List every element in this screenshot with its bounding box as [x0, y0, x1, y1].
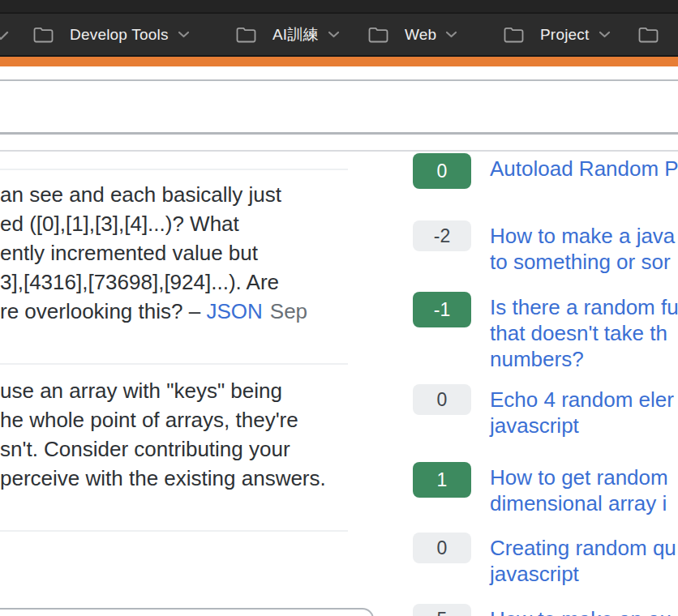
comment-text: re overlooking this? – JSONSep — [0, 297, 348, 326]
comment-text: an see and each basically just — [0, 180, 348, 209]
comment-text: perceive with the existing answers. — [0, 464, 348, 493]
comment-separator — [0, 530, 348, 532]
vote-count-badge: 1 — [413, 462, 471, 498]
related-question[interactable]: 0 Autoload Random P — [413, 153, 678, 189]
question-title-link[interactable]: Is there a random fu that doesn't take t… — [490, 294, 678, 372]
comments-column: an see and each basically just ed ([0],[… — [0, 0, 348, 616]
browser-window: Develop Tools AI訓練 Web Project — [0, 0, 678, 616]
folder-icon — [367, 26, 389, 44]
related-question[interactable]: -2 How to make a java to something or so… — [413, 220, 675, 275]
vote-count-badge: 0 — [413, 384, 471, 415]
comment-text: ed ([0],[1],[3],[4]...)? What — [0, 209, 348, 238]
question-title-link[interactable]: Echo 4 random eler javascript — [490, 387, 674, 438]
vote-count-badge: 5 — [413, 604, 471, 616]
bookmark-label: Project — [540, 26, 590, 44]
chevron-down-icon — [445, 31, 457, 38]
comment-timestamp: Sep — [270, 299, 307, 323]
chevron-down-icon — [599, 31, 611, 38]
folder-icon — [637, 26, 659, 44]
related-question[interactable]: 1 How to get random dimensional array i — [413, 462, 668, 516]
bookmark-folder-partial[interactable] — [637, 14, 675, 55]
question-title-link[interactable]: Autoload Random P — [490, 156, 678, 182]
comment-text-fragment: re overlooking this? – — [0, 299, 206, 323]
comment-text: 3],[4316],[73698],[924]...). Are — [0, 267, 348, 297]
comment-text: ently incremented value but — [0, 238, 348, 267]
comment-text: sn't. Consider contributing your — [0, 434, 348, 464]
add-comment-input[interactable] — [0, 608, 374, 616]
vote-count-badge: -1 — [413, 292, 471, 327]
comment-text: use an array with "keys" being — [0, 376, 348, 405]
vote-count-badge: 0 — [413, 153, 471, 189]
comment-separator — [0, 169, 348, 170]
bookmark-folder-web[interactable]: Web — [367, 14, 457, 55]
question-title-link[interactable]: How to make an au — [490, 606, 672, 616]
related-questions-list: 0 Autoload Random P -2 How to make a jav… — [413, 153, 678, 616]
comment-text: he whole point of arrays, they're — [0, 405, 348, 434]
vote-count-badge: -2 — [413, 220, 471, 251]
comment: use an array with "keys" being he whole … — [0, 376, 348, 493]
related-question[interactable]: 0 Creating random qu javascript — [413, 533, 676, 587]
question-title-link[interactable]: Creating random qu javascript — [490, 535, 676, 587]
bookmark-label: Web — [405, 26, 436, 44]
related-question[interactable]: 0 Echo 4 random eler javascript — [413, 384, 674, 438]
comment-separator — [0, 363, 348, 365]
related-question[interactable]: 5 How to make an au — [413, 604, 672, 616]
bookmark-folder-project[interactable]: Project — [503, 14, 611, 55]
question-title-link[interactable]: How to get random dimensional array i — [490, 464, 668, 516]
question-title-link[interactable]: How to make a java to something or sor — [490, 223, 675, 275]
related-question[interactable]: -1 Is there a random fu that doesn't tak… — [413, 292, 678, 372]
comment: an see and each basically just ed ([0],[… — [0, 180, 348, 326]
comment-author-link[interactable]: JSON — [206, 299, 262, 323]
folder-icon — [503, 26, 525, 44]
vote-count-badge: 0 — [413, 533, 471, 563]
